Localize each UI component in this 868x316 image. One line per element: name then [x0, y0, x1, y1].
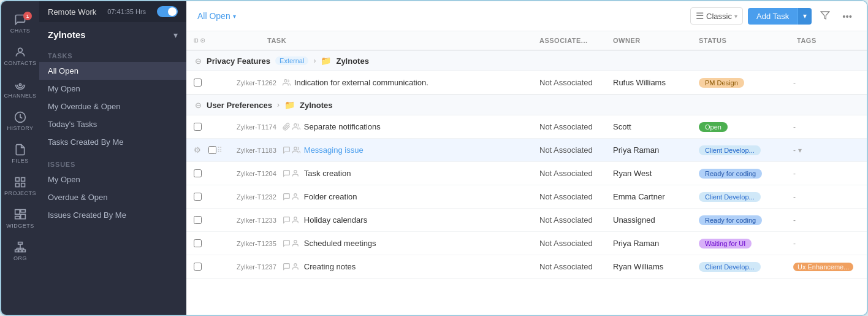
svg-point-29 — [294, 171, 297, 173]
files-label: FILES — [12, 158, 29, 164]
tags-t1262: - — [793, 79, 867, 87]
status-t1262: PM Design — [695, 78, 793, 88]
main-content: All Open ▾ ☰ Classic ▾ Add Task ▾ ••• — [186, 1, 867, 315]
sidebar-item-my-open[interactable]: My Open — [39, 80, 186, 98]
status-t1204: Ready for coding — [695, 169, 793, 179]
app-name: Remote Work — [48, 7, 96, 17]
sidebar-item-all-open[interactable]: All Open — [39, 62, 186, 80]
toggle-switch[interactable] — [157, 6, 178, 17]
sidebar-item-my-overdue-open[interactable]: My Overdue & Open — [39, 98, 186, 115]
svg-rect-14 — [22, 250, 25, 252]
sidebar-item-issues-created-by-me[interactable]: Issues Created By Me — [39, 206, 186, 224]
add-task-dropdown-button[interactable]: ▾ — [798, 8, 812, 25]
chats-label: CHATS — [10, 28, 30, 34]
dropdown-arrow-t1183[interactable]: ▾ — [798, 146, 802, 155]
row-icons-t1174 — [283, 123, 300, 131]
col-header-associate: ASSOCIATE... — [536, 36, 609, 45]
sidebar-item-todays-tasks[interactable]: Today's Tasks — [39, 115, 186, 133]
row-checkbox-t1204[interactable] — [186, 169, 208, 177]
group-collapse-btn[interactable]: ⊖ — [195, 56, 202, 66]
row-checkbox-t1233[interactable] — [186, 216, 208, 224]
task-row-t1237: Zylker-T1237 Creating notes Not Associat… — [186, 255, 867, 279]
header-right: ☰ Classic ▾ Add Task ▾ ••• — [690, 7, 856, 25]
status-t1237: Client Develop... — [695, 262, 793, 272]
task-name-t1183: Zylker-T1183 Messaging issue — [230, 145, 536, 155]
svg-point-26 — [284, 80, 287, 82]
sidebar-item-issues-my-open[interactable]: My Open — [39, 171, 186, 188]
task-row-t1232: Zylker-T1232 Folder creation Not Associa… — [186, 185, 867, 209]
sidebar-item-overdue-open[interactable]: Overdue & Open — [39, 188, 186, 206]
task-name-t1235: Zylker-T1235 Scheduled meetings — [230, 239, 536, 248]
sidebar-item-widgets[interactable]: WIDGETS — [1, 202, 39, 235]
more-options-button[interactable]: ••• — [839, 9, 856, 24]
group-collapse-btn-2[interactable]: ⊖ — [195, 101, 202, 110]
sidebar-item-contacts[interactable]: CONTACTS — [1, 40, 39, 72]
group-privacy-features: ⊖ Privacy Features External › 📁 Zylnotes — [186, 50, 867, 71]
workspace-name: Zylnotes — [48, 29, 86, 40]
svg-rect-13 — [19, 250, 22, 252]
group-tag-external: External — [275, 56, 308, 65]
projects-label: PROJECTS — [4, 190, 36, 196]
filter-button[interactable]: All Open ▾ — [197, 11, 236, 21]
tags-t1235: - — [793, 239, 867, 248]
owner-t1174: Scott — [609, 122, 695, 131]
sidebar-item-files[interactable]: FILES — [1, 137, 39, 170]
workspace-header: Zylnotes ▾ — [39, 22, 186, 45]
row-icons-t1232 — [283, 193, 300, 201]
sidebar-item-history[interactable]: HISTORY — [1, 105, 39, 137]
row-checkbox-t1235[interactable] — [186, 239, 208, 247]
associated-t1262: Not Associated — [536, 78, 609, 87]
group-name-privacy: Privacy Features — [207, 56, 270, 66]
task-link-t1183[interactable]: Messaging issue — [304, 145, 364, 155]
row-controls-t1183: ⚙ — [186, 145, 208, 155]
owner-t1232: Emma Cartner — [609, 192, 695, 201]
row-checkbox-t1262[interactable] — [186, 79, 208, 87]
svg-rect-7 — [15, 210, 20, 215]
task-row-t1204: Zylker-T1204 Task creation Not Associate… — [186, 162, 867, 185]
add-task-button[interactable]: Add Task — [748, 8, 798, 25]
sidebar-item-channels[interactable]: CHANNELS — [1, 72, 39, 105]
status-badge-t1204: Ready for coding — [699, 169, 762, 179]
task-name-t1232: Zylker-T1232 Folder creation — [230, 192, 536, 201]
row-checkbox-t1183[interactable] — [208, 146, 216, 154]
app-header: Remote Work 07:41:35 Hrs — [39, 1, 186, 22]
row-icons-t1235 — [283, 239, 300, 247]
svg-point-1 — [19, 83, 21, 85]
svg-rect-3 — [16, 178, 20, 182]
svg-marker-20 — [821, 12, 829, 19]
classic-label: Classic — [706, 12, 732, 21]
group-breadcrumb-1: Zylnotes — [336, 56, 368, 66]
breadcrumb-sep-2: › — [277, 101, 280, 109]
col-header-tags: TAGS — [793, 36, 867, 45]
row-checkbox-t1237[interactable] — [186, 263, 208, 271]
svg-rect-8 — [21, 210, 26, 212]
svg-rect-6 — [16, 183, 20, 187]
status-t1174: Open — [695, 122, 793, 132]
svg-rect-11 — [18, 242, 23, 244]
row-drag-check-t1183: ⠿ — [208, 146, 230, 155]
tags-t1237: Ux Enhanceme... — [793, 263, 867, 271]
row-icons-t1183 — [283, 146, 300, 154]
sidebar-item-tasks-created-by-me[interactable]: Tasks Created By Me — [39, 133, 186, 151]
task-row-t1183: ⚙ ⠿ Zylker-T1183 Messaging issue Not Ass… — [186, 139, 867, 162]
sidebar-item-chats[interactable]: 1 CHATS — [1, 7, 39, 40]
owner-t1233: Unassigned — [609, 215, 695, 225]
filter-icon-button[interactable] — [817, 8, 834, 25]
task-row-t1174: Zylker-T1174 Separate notifications Not … — [186, 115, 867, 139]
col-header-check — [208, 39, 230, 42]
group-breadcrumb-2: Zylnotes — [300, 101, 332, 110]
svg-rect-5 — [21, 183, 25, 187]
status-t1183: Client Develop... — [695, 145, 793, 155]
row-checkbox-t1232[interactable] — [186, 193, 208, 201]
tags-t1204: - — [793, 169, 867, 178]
view-classic-button[interactable]: ☰ Classic ▾ — [690, 7, 743, 25]
sidebar-item-org[interactable]: ORG — [1, 235, 39, 268]
filter-arrow-icon: ▾ — [233, 13, 236, 20]
svg-rect-9 — [21, 214, 26, 219]
tags-t1232: - — [793, 193, 867, 201]
gear-icon-t1183[interactable]: ⚙ — [194, 145, 201, 155]
row-checkbox-t1174[interactable] — [186, 123, 208, 131]
associated-t1204: Not Associated — [536, 169, 609, 178]
sidebar-item-projects[interactable]: PROJECTS — [1, 170, 39, 202]
workspace-chevron-icon[interactable]: ▾ — [173, 30, 178, 40]
